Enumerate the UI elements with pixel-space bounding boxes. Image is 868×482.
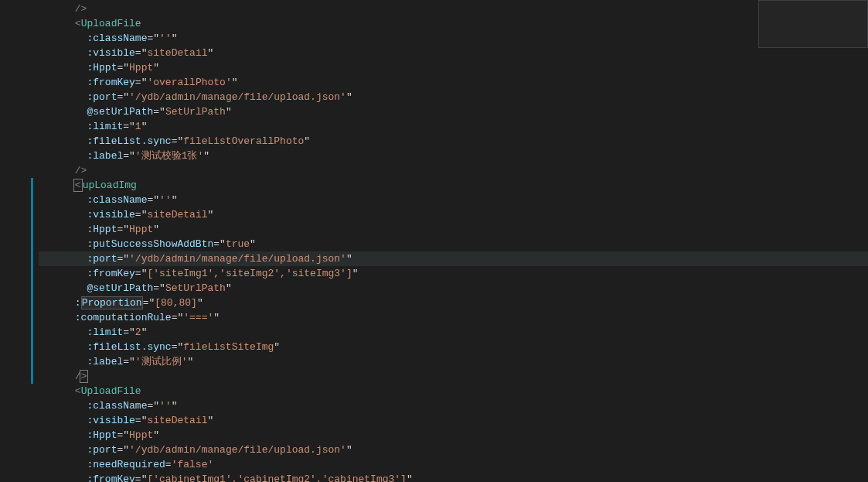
code-line[interactable]: <upLoadImg [39,178,868,193]
token-attr: :port [87,91,117,103]
code-line[interactable]: :visible="siteDetail" [39,207,868,222]
token-attr: :visible [87,415,134,426]
token-str: Hppt [129,224,153,235]
token-eq: = [135,77,141,88]
token-quote: " [207,47,213,59]
code-line[interactable]: /> [39,2,868,16]
token-str: 2 [135,326,141,338]
token-quote: " [203,150,209,162]
code-editor[interactable]: /> <UploadFile :className="''" :visible=… [0,0,868,482]
token-str: ['siteImg1','siteImg2','siteImg3'] [147,268,352,279]
token-attr: :label [87,150,123,162]
bracket-cursor: < [73,179,83,192]
code-line[interactable]: :Hppt="Hppt" [39,222,868,237]
token-component: UploadFile [81,18,141,29]
modified-gutter-marker [31,369,33,384]
token-eq: = [123,121,129,132]
token-quote: " [346,91,352,103]
token-str: SetUrlPath [165,282,226,294]
modified-gutter-marker [31,207,33,222]
token-str: siteDetail [147,47,207,59]
token-attr: :visible [87,209,134,220]
code-line[interactable]: :visible="siteDetail" [39,46,868,60]
code-line[interactable]: <UploadFile [39,384,868,398]
token-quote: " [159,282,165,294]
token-quote: " [172,32,178,44]
code-line[interactable]: @setUrlPath="SetUrlPath" [39,104,868,119]
code-line[interactable]: :putSuccessShowAddBtn="true" [39,237,868,251]
token-eq: = [135,473,141,482]
token-eq: = [213,238,220,250]
token-quote: " [346,444,352,456]
code-line[interactable]: :label="'测试比例'" [39,354,868,369]
code-line[interactable]: :port="'/ydb/admin/manage/file/upload.js… [39,251,868,266]
modified-gutter-marker [31,354,33,369]
code-line[interactable]: :Hppt="Hppt" [39,60,868,75]
modified-gutter-marker [31,296,33,310]
token-str: SetUrlPath [165,106,226,118]
modified-gutter-marker [31,193,33,207]
token-quote: " [187,356,193,367]
code-line[interactable]: :fromKey="'overallPhoto'" [39,75,868,90]
token-quote: " [129,121,135,132]
token-str: Hppt [129,62,153,73]
token-attr: @setUrlPath [87,106,153,118]
modified-gutter-marker [31,266,33,281]
code-line[interactable]: :Hppt="Hppt" [39,428,868,443]
token-quote: " [153,62,159,73]
code-line[interactable]: :label="'测试校验1张'" [39,149,868,163]
code-line[interactable]: :fileList.sync="fileListSiteImg" [39,340,868,354]
token-quote: " [129,356,135,367]
code-line[interactable]: :fromKey="['siteImg1','siteImg2','siteIm… [39,266,868,281]
token-quote: " [197,297,203,309]
token-attr: :Hppt [87,429,117,441]
token-quote: " [304,135,310,147]
token-eq: = [135,415,141,426]
modified-gutter-marker [31,222,33,237]
code-line[interactable]: :port="'/ydb/admin/manage/file/upload.js… [39,90,868,104]
code-line[interactable]: :className="''" [39,31,868,46]
token-quote: " [220,238,226,250]
token-attr: :fromKey [87,77,134,88]
code-line[interactable]: :limit="2" [39,325,868,340]
token-eq: = [123,356,129,367]
token-quote: " [123,444,129,456]
token-tag: /> [75,3,87,15]
token-quote: " [213,312,220,323]
token-attr: @setUrlPath [87,282,153,294]
token-quote: " [141,326,148,338]
code-line[interactable]: :className="''" [39,193,868,207]
code-line[interactable]: <UploadFile [39,16,868,31]
code-line[interactable]: /> [39,163,868,178]
code-line[interactable]: :limit="1" [39,119,868,134]
token-quote: " [250,238,256,250]
code-line[interactable]: :needRequired='false' [39,457,868,472]
token-str: '' [159,194,172,206]
modified-gutter-marker [31,178,33,193]
token-tag: < [75,385,81,397]
token-attr: :putSuccessShowAddBtn [87,238,213,250]
token-str: ['cabinetImg1','cabinetImg2','cabinetImg… [147,473,406,482]
token-quote: " [274,341,280,353]
code-line[interactable]: :fromKey="['cabinetImg1','cabinetImg2','… [39,472,868,482]
token-quote: " [226,282,232,294]
token-str: siteDetail [147,209,207,220]
modified-gutter-marker [31,281,33,296]
token-str: 1 [135,121,141,132]
token-quote: " [346,253,352,265]
token-str: '' [159,32,172,44]
token-attr: :fileList.sync [87,341,171,353]
code-line[interactable]: :className="''" [39,398,868,413]
code-line[interactable]: /> [39,369,868,384]
code-line[interactable]: :computationRule="'==='" [39,310,868,325]
code-line[interactable]: :visible="siteDetail" [39,413,868,428]
code-line[interactable]: @setUrlPath="SetUrlPath" [39,281,868,296]
token-eq: = [165,459,172,470]
code-line[interactable]: :Proportion="[80,80]" [39,296,868,310]
code-line[interactable]: :fileList.sync="fileListOverallPhoto" [39,134,868,149]
token-quote: " [159,106,165,118]
token-eq: = [153,282,159,294]
code-line[interactable]: :port="'/ydb/admin/manage/file/upload.js… [39,443,868,457]
token-attr: :fileList.sync [87,135,171,147]
token-quote: " [352,268,359,279]
